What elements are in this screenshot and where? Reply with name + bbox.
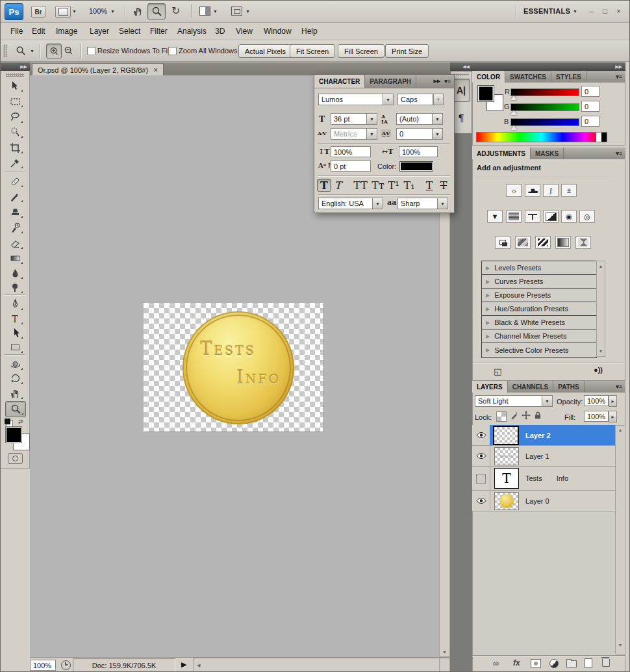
layer-row-layer2[interactable]: Layer 2	[472, 425, 615, 446]
faux-italic-button[interactable]: T	[331, 179, 344, 192]
quick-selection-tool[interactable]	[5, 125, 25, 140]
tab-masks[interactable]: MASKS	[531, 148, 564, 159]
layers-scrollbar[interactable]: ▲ ▼	[615, 425, 625, 654]
layer-row-layer0[interactable]: Layer 0	[472, 491, 615, 511]
layer-thumbnail[interactable]	[494, 492, 519, 510]
layer-name[interactable]: Layer 0	[525, 497, 549, 505]
layers-panel-menu-icon[interactable]: ▾≡	[612, 381, 625, 393]
tracking-select[interactable]: 0▼	[396, 128, 443, 140]
photo-filter-icon[interactable]: ◉	[561, 210, 577, 223]
tab-channels[interactable]: CHANNELS	[508, 381, 554, 393]
scroll-down-icon[interactable]: ▼	[440, 650, 449, 654]
posterize-icon[interactable]	[515, 236, 531, 249]
horizontal-scale-field[interactable]: 100%	[399, 146, 438, 157]
tool-preset-caret-icon[interactable]: ▼	[30, 49, 34, 53]
gradient-map-icon[interactable]	[555, 236, 571, 249]
menu-file[interactable]: File	[10, 27, 23, 36]
zoom-level-caret-icon[interactable]: ▼	[110, 9, 115, 14]
maximize-button[interactable]: □	[599, 6, 611, 16]
pen-tool[interactable]	[5, 297, 25, 312]
menu-help[interactable]: Help	[301, 27, 318, 36]
black-white-icon[interactable]	[543, 210, 559, 223]
tab-paragraph[interactable]: PARAGRAPH	[365, 75, 416, 88]
view-extras-caret-icon[interactable]: ▼	[72, 9, 77, 14]
scroll-up-icon[interactable]: ▲	[597, 264, 605, 268]
swap-colors-icon[interactable]: ⇄	[18, 419, 23, 425]
layer-name[interactable]: Tests	[525, 474, 542, 482]
lock-transparency-icon[interactable]	[496, 411, 507, 422]
all-caps-button[interactable]: TT	[351, 179, 370, 192]
launch-bridge-button[interactable]: Br	[31, 6, 45, 18]
clip-to-layer-icon[interactable]: ●))	[594, 366, 603, 374]
path-selection-tool[interactable]	[5, 326, 25, 341]
hue-saturation-icon[interactable]	[506, 210, 522, 223]
leading-select[interactable]: (Auto)▼	[396, 113, 443, 125]
screen-mode-icon[interactable]	[231, 6, 242, 16]
delete-layer-icon[interactable]	[602, 659, 610, 667]
lasso-tool[interactable]	[5, 110, 25, 125]
menu-view[interactable]: View	[236, 27, 253, 36]
font-family-select[interactable]: Lumos▼	[318, 94, 394, 105]
baseline-shift-field[interactable]: 0 pt	[331, 161, 371, 172]
gradient-tool[interactable]	[5, 251, 25, 266]
layer-name[interactable]: Layer 2	[525, 432, 551, 439]
artboard[interactable]: Tests Info	[144, 303, 323, 432]
layer-thumbnail[interactable]: Tests Info	[494, 447, 519, 465]
scroll-down-icon[interactable]: ▼	[616, 643, 625, 647]
preset-exposure[interactable]: ▶Exposure Presets	[482, 289, 596, 302]
expand-icon[interactable]: ▶	[486, 279, 490, 285]
tab-color[interactable]: COLOR	[472, 71, 505, 83]
document-tab-close-icon[interactable]: ×	[153, 66, 158, 75]
preset-hue-saturation[interactable]: ▶Hue/Saturation Presets	[482, 302, 596, 316]
text-color-swatch[interactable]	[399, 161, 433, 172]
add-layer-mask-icon[interactable]	[531, 659, 541, 668]
vertical-scale-field[interactable]: 100%	[331, 146, 371, 157]
underline-button[interactable]: T	[422, 179, 436, 192]
right-dock-collapse-header[interactable]: ▶▶	[472, 62, 625, 71]
horizontal-type-tool[interactable]: T	[5, 311, 25, 326]
eraser-tool[interactable]	[5, 236, 25, 251]
close-button[interactable]: ×	[613, 6, 624, 16]
new-group-icon[interactable]	[566, 660, 577, 667]
history-brush-tool[interactable]	[5, 220, 25, 235]
arrange-documents-caret-icon[interactable]: ▼	[213, 9, 218, 14]
layer-row-tests-info[interactable]: T Tests Info	[472, 467, 615, 491]
menu-filter[interactable]: Filter	[150, 27, 168, 36]
lock-all-icon[interactable]	[533, 411, 542, 420]
menu-image[interactable]: Image	[56, 27, 77, 36]
preset-black-white[interactable]: ▶Black & White Presets	[482, 316, 596, 330]
eyedropper-tool[interactable]	[5, 155, 25, 170]
tab-styles[interactable]: STYLES	[551, 71, 586, 83]
workspace-caret-icon[interactable]: ▼	[573, 9, 577, 14]
text-layer-thumbnail[interactable]: T	[494, 468, 519, 489]
spot-healing-brush-tool[interactable]	[5, 174, 25, 189]
fit-screen-button[interactable]: Fit Screen	[290, 44, 335, 58]
actual-pixels-button[interactable]: Actual Pixels	[238, 44, 292, 58]
minimize-button[interactable]: –	[586, 6, 597, 16]
expand-icon[interactable]: ▶	[486, 292, 490, 298]
strikethrough-button[interactable]: T	[436, 179, 451, 192]
selective-color-icon[interactable]	[575, 236, 591, 249]
3d-orbit-tool[interactable]	[5, 371, 25, 386]
dodge-tool[interactable]	[5, 280, 25, 295]
layer-row-layer1[interactable]: Tests Info Layer 1	[472, 446, 615, 467]
preset-selective-color[interactable]: ▶Selective Color Presets	[482, 343, 596, 357]
options-grip[interactable]	[3, 44, 7, 57]
lock-position-icon[interactable]	[522, 411, 531, 420]
status-zoom-field[interactable]: 100%	[30, 660, 56, 671]
channel-g-slider-thumb[interactable]	[510, 110, 517, 115]
levels-icon[interactable]: ▂▆▃	[525, 184, 540, 197]
arrange-documents-icon[interactable]	[199, 6, 210, 16]
hand-tool[interactable]	[5, 386, 25, 401]
expand-icon[interactable]: ▶	[486, 347, 490, 353]
quick-mask-button[interactable]	[8, 453, 23, 464]
visibility-toggle[interactable]	[472, 491, 490, 511]
layer-thumbnail[interactable]	[493, 426, 519, 445]
zoom-all-windows-checkbox[interactable]	[168, 47, 177, 55]
zoom-out-button[interactable]	[61, 44, 75, 57]
zoom-in-button[interactable]	[46, 44, 62, 58]
screen-mode-caret-icon[interactable]: ▼	[246, 9, 250, 14]
expand-icon[interactable]: ▶	[486, 333, 490, 339]
opacity-slider-icon[interactable]: ▸	[609, 395, 617, 407]
dock-arrows-icon[interactable]: ▶▶	[433, 79, 440, 84]
